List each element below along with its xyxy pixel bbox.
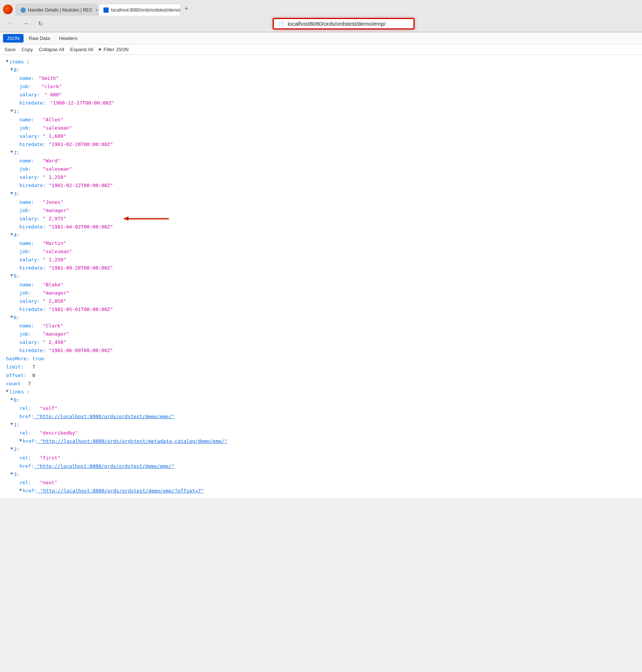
item-0-header: ▼ 0:	[10, 66, 636, 74]
item-6-container: ▼ 6: name: "Clark" job: "manager" salary…	[6, 314, 636, 355]
link-0-href: href: "http://localhost:8080/ords/ordste…	[19, 413, 636, 421]
item-2-toggle[interactable]: ▼	[10, 149, 13, 156]
tab-bar: Handler Details | Modules | RES × localh…	[0, 0, 642, 16]
refresh-button[interactable]: ↻	[36, 19, 45, 28]
item-6-hiredate: hiredate: "1981-06-09T00:00:00Z"	[19, 346, 636, 355]
link-3-index: 3:	[14, 470, 20, 479]
item-5-hiredate: hiredate: "1981-05-01T00:00:00Z"	[19, 305, 636, 314]
link-2-fields: rel: "first" href: "http://localhost:808…	[10, 454, 636, 470]
viewer-container: JSON Raw Data Headers Save Copy Collapse…	[0, 32, 642, 498]
item-4-hiredate: hiredate: "1981-09-28T00:00:00Z"	[19, 264, 636, 272]
link-2-href: href: "http://localhost:8080/ords/ordste…	[19, 462, 636, 470]
item-0-hiredate: hiredate: "1980-12-17T00:00:00Z"	[19, 99, 636, 107]
address-text: localhost8080/ords/ordstest/demo/emp/	[288, 21, 386, 27]
address-bar-wrapper: 📄 localhost8080/ords/ordstest/demo/emp/	[50, 18, 638, 29]
link-1-toggle[interactable]: ▼	[10, 421, 13, 428]
item-4-toggle[interactable]: ▼	[10, 231, 13, 238]
item-2-container: ▼ 2: name: "Ward" job: "salesman" salary…	[6, 149, 636, 190]
link-2-header: ▼ 2:	[10, 445, 636, 454]
item-5-index: 5:	[14, 272, 20, 280]
link-1-href: ▼ href: "http://localhost:8080/ords/ords…	[19, 437, 636, 445]
item-6-index: 6:	[14, 314, 20, 322]
item-6-toggle[interactable]: ▼	[10, 314, 13, 321]
tab-2-favicon	[103, 7, 109, 13]
item-3-fields: name: "Jones" job: "manager" salary: " 2…	[10, 198, 636, 231]
count-line: count 7	[6, 380, 636, 388]
link-2-toggle[interactable]: ▼	[10, 445, 13, 452]
item-4-name: name: "Martin"	[19, 239, 636, 248]
item-0-toggle[interactable]: ▼	[10, 66, 13, 73]
tab-headers[interactable]: Headers	[55, 34, 81, 43]
item-0-index: 0:	[14, 66, 20, 74]
address-bar[interactable]: 📄 localhost8080/ords/ordstest/demo/emp/	[273, 18, 415, 29]
has-more-line: hasMore: true	[6, 355, 636, 363]
back-button[interactable]: ←	[4, 19, 16, 28]
item-3-header: ▼ 3:	[10, 190, 636, 198]
item-1-job: job: "salesman"	[19, 124, 636, 132]
link-2-index: 2:	[14, 445, 20, 454]
item-5-salary: salary: " 2,850"	[19, 297, 636, 305]
item-2-header: ▼ 2:	[10, 149, 636, 157]
item-2-index: 2:	[14, 149, 20, 157]
link-3-href: ▼ href: "http://localhost:8080/ords/ords…	[19, 487, 636, 495]
item-1-salary: salary: " 1,600"	[19, 132, 636, 140]
item-1-index: 1:	[14, 108, 20, 116]
item-6-job: job: "manager"	[19, 330, 636, 338]
item-1-container: ▼ 1: name: "Allen" job: "salesman" salar…	[6, 108, 636, 149]
viewer-toolbar: Save Copy Collapse All Expand All ▼ Filt…	[0, 44, 642, 55]
link-3-rel: rel: "next"	[19, 479, 636, 487]
item-1-toggle[interactable]: ▼	[10, 108, 13, 115]
item-3-job: job: "manager"	[19, 206, 636, 215]
tab-2-label: localhost:8080/ords/ordstest/demo/	[111, 7, 181, 13]
item-0-job: job: "clerk"	[19, 83, 636, 91]
filter-label: Filter JSON	[103, 47, 128, 52]
item-5-job: job: "manager"	[19, 289, 636, 297]
address-localhost: localhost	[288, 21, 310, 27]
tab-json[interactable]: JSON	[3, 34, 24, 43]
item-3-name: name: "Jones"	[19, 198, 636, 206]
item-3-toggle[interactable]: ▼	[10, 190, 13, 197]
item-5-fields: name: "Blake" job: "manager" salary: " 2…	[10, 281, 636, 314]
tab-1-label: Handler Details | Modules | RES	[28, 7, 92, 13]
link-1-header: ▼ 1:	[10, 421, 636, 429]
tab-raw-data[interactable]: Raw Data	[25, 34, 54, 43]
items-toggle[interactable]: ▼	[6, 58, 9, 65]
link-3-href-toggle[interactable]: ▼	[19, 487, 22, 494]
collapse-all-button[interactable]: Collapse All	[37, 46, 66, 53]
offset-line: offset: 0	[6, 371, 636, 380]
link-0-container: ▼ 0: rel: "self" href: "http://localhost…	[6, 396, 636, 421]
link-3-container: ▼ 3: rel: "next" ▼ href: "http://localho…	[6, 470, 636, 495]
new-tab-button[interactable]: +	[182, 3, 192, 14]
items-key: items	[9, 58, 24, 66]
red-arrow-annotation	[124, 218, 266, 219]
item-5-toggle[interactable]: ▼	[10, 272, 13, 279]
tab-1[interactable]: Handler Details | Modules | RES ×	[16, 4, 98, 16]
forward-button[interactable]: →	[20, 19, 31, 28]
item-1-header: ▼ 1:	[10, 108, 636, 116]
link-1-fields: rel: "describedby" ▼ href: "http://local…	[10, 429, 636, 445]
copy-button[interactable]: Copy	[20, 46, 34, 53]
page-icon: 📄	[278, 21, 285, 27]
item-2-job: job: "salesman"	[19, 165, 636, 173]
tab-2[interactable]: localhost:8080/ords/ordstest/demo/ ×	[99, 4, 181, 16]
item-3-salary-line: salary: " 2,975"	[19, 215, 636, 223]
link-3-toggle[interactable]: ▼	[10, 470, 13, 477]
link-1-href-toggle[interactable]: ▼	[19, 437, 22, 444]
item-3-hiredate: hiredate: "1981-04-02T00:00:00Z"	[19, 223, 636, 231]
item-4-job: job: "salesman"	[19, 248, 636, 256]
item-1-hiredate: hiredate: "1981-02-20T00:00:00Z"	[19, 140, 636, 149]
expand-all-button[interactable]: Expand All	[69, 46, 94, 53]
link-1-rel: rel: "describedby"	[19, 429, 636, 437]
links-toggle[interactable]: ▼	[6, 388, 9, 395]
item-4-container: ▼ 4: name: "Martin" job: "salesman" sala…	[6, 231, 636, 272]
viewer-tabs: JSON Raw Data Headers	[0, 32, 642, 44]
link-0-toggle[interactable]: ▼	[10, 396, 13, 403]
address-rest: 8080/ords/ordstest/demo/emp/	[310, 21, 385, 27]
item-6-fields: name: "Clark" job: "manager" salary: " 2…	[10, 322, 636, 355]
filter-json-button[interactable]: ▼ Filter JSON	[97, 47, 128, 52]
tab-1-favicon	[21, 7, 26, 13]
item-0-container: ▼ 0: name: "Smith" job: "clerk" salary: …	[6, 66, 636, 107]
save-button[interactable]: Save	[3, 46, 17, 53]
item-4-index: 4:	[14, 231, 20, 239]
tab-1-close[interactable]: ×	[95, 7, 98, 13]
